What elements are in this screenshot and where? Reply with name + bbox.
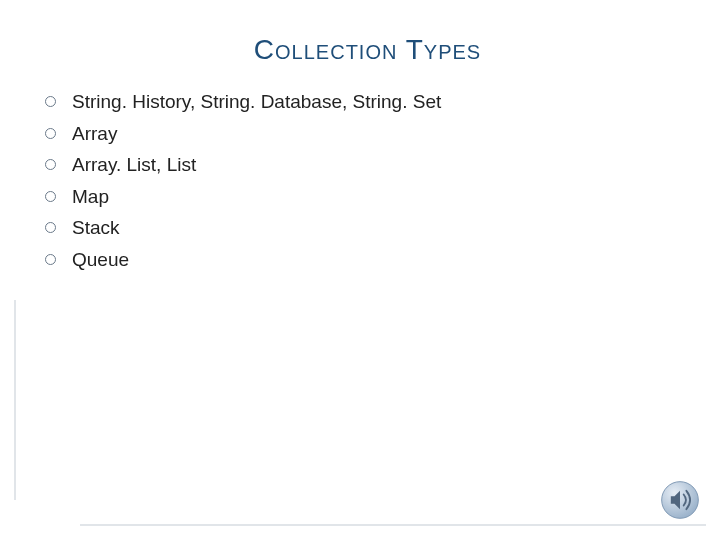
- bullet-marker-icon: [45, 191, 56, 202]
- decorative-bottom-rule: [80, 524, 706, 526]
- list-item: Map: [45, 183, 690, 211]
- slide-title: Collection Types: [45, 34, 690, 66]
- list-item-label: Queue: [72, 246, 129, 274]
- list-item-label: Map: [72, 183, 109, 211]
- bullet-marker-icon: [45, 128, 56, 139]
- bullet-list: String. History, String. Database, Strin…: [45, 88, 690, 273]
- speaker-icon[interactable]: [658, 478, 702, 522]
- bullet-marker-icon: [45, 222, 56, 233]
- list-item-label: Array. List, List: [72, 151, 196, 179]
- bullet-marker-icon: [45, 96, 56, 107]
- list-item: Array: [45, 120, 690, 148]
- bullet-marker-icon: [45, 159, 56, 170]
- list-item: Stack: [45, 214, 690, 242]
- list-item-label: Stack: [72, 214, 120, 242]
- bullet-marker-icon: [45, 254, 56, 265]
- list-item: Queue: [45, 246, 690, 274]
- slide: Collection Types String. History, String…: [0, 0, 720, 540]
- decorative-left-rule: [14, 300, 16, 500]
- list-item-label: String. History, String. Database, Strin…: [72, 88, 441, 116]
- list-item: Array. List, List: [45, 151, 690, 179]
- list-item-label: Array: [72, 120, 117, 148]
- list-item: String. History, String. Database, Strin…: [45, 88, 690, 116]
